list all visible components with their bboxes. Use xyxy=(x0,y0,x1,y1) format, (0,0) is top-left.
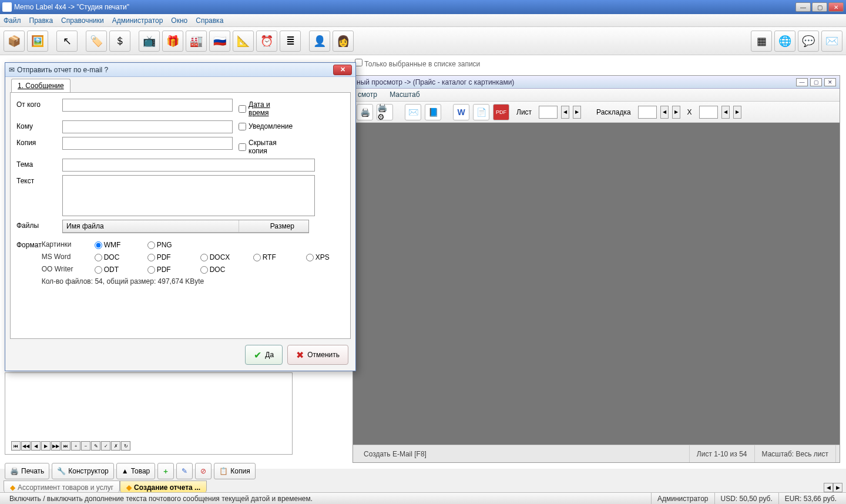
tab-report[interactable]: ◆Создание отчета ... xyxy=(120,481,207,493)
body-field[interactable] xyxy=(62,175,315,216)
menu-help[interactable]: Справка xyxy=(196,16,223,25)
menu-ref[interactable]: Справочники xyxy=(61,16,104,25)
radio-doc[interactable] xyxy=(95,254,102,261)
radio-pdf[interactable] xyxy=(147,254,155,261)
menu-admin[interactable]: Администратор xyxy=(112,16,163,25)
pv-layout-x: X xyxy=(687,108,692,116)
files-table[interactable]: Имя файла Размер xyxy=(62,220,309,233)
window-maximize[interactable]: ▢ xyxy=(812,2,827,12)
pv-status-create: Создать E-Mail [F8] xyxy=(357,445,690,462)
radio-png[interactable] xyxy=(147,241,155,249)
cancel-button[interactable]: ✖Отменить xyxy=(287,345,348,365)
tab-scroll-right[interactable]: ▶ xyxy=(833,483,842,492)
tb-dollar-icon[interactable]: ＄ xyxy=(109,31,130,52)
preview-minimize[interactable]: — xyxy=(796,78,808,86)
radio-pdf2[interactable] xyxy=(147,266,155,274)
tb-factory-icon[interactable]: 🏭 xyxy=(186,31,207,52)
pv-print-icon[interactable]: 🖨️ xyxy=(357,104,373,120)
nav-add[interactable]: + xyxy=(71,441,80,451)
pv-layout-rows[interactable] xyxy=(699,106,718,119)
pv-sheet-value[interactable] xyxy=(539,106,558,119)
cc-field[interactable] xyxy=(62,137,233,150)
tb-cursor-icon[interactable]: ↖ xyxy=(56,31,78,52)
nav-next-page[interactable]: ▶▶ xyxy=(51,441,61,451)
nav-next[interactable]: ▶ xyxy=(41,441,51,451)
radio-doc2[interactable] xyxy=(200,266,208,274)
pv-cols-next[interactable]: ▶ xyxy=(672,106,680,119)
radio-wmf[interactable] xyxy=(95,241,102,249)
print-button[interactable]: 🖨️ Печать xyxy=(5,463,49,479)
menu-edit[interactable]: Правка xyxy=(29,16,53,25)
nav-check[interactable]: ✓ xyxy=(101,441,110,451)
tb-chat-icon[interactable]: 💬 xyxy=(798,31,819,52)
radio-odt[interactable] xyxy=(95,266,102,274)
pv-layout-cols[interactable] xyxy=(638,106,657,119)
nav-prev-page[interactable]: ◀◀ xyxy=(21,441,31,451)
radio-rtf[interactable] xyxy=(253,254,261,261)
pv-doc-icon[interactable]: 📄 xyxy=(473,104,489,120)
chk-bcc[interactable] xyxy=(239,143,246,151)
dialog-close[interactable]: ✕ xyxy=(333,65,352,75)
tb-box-icon[interactable]: 📦 xyxy=(4,31,25,52)
to-field[interactable] xyxy=(62,120,233,133)
nav-edit[interactable]: ✎ xyxy=(91,441,100,451)
nav-cancel[interactable]: ✗ xyxy=(111,441,120,451)
add-button[interactable]: ＋ xyxy=(157,463,174,479)
pv-word-icon[interactable]: W xyxy=(453,104,469,120)
ok-button[interactable]: ✔Да xyxy=(245,345,283,365)
delete-button[interactable]: ⊘ xyxy=(195,463,212,479)
filter-only-selected[interactable]: Только выбранные в списке записи xyxy=(352,56,840,73)
tb-picture-icon[interactable]: 🖼️ xyxy=(27,31,48,52)
chk-datetime[interactable] xyxy=(239,105,246,113)
pv-pdf-icon[interactable]: PDF xyxy=(493,104,509,120)
pv-book-icon[interactable]: 📘 xyxy=(425,104,441,120)
pv-rows-prev[interactable]: ◀ xyxy=(721,106,730,119)
nav-refresh[interactable]: ↻ xyxy=(121,441,130,451)
goods-button[interactable]: ▲ Товар xyxy=(116,463,156,479)
nav-del[interactable]: − xyxy=(81,441,90,451)
preview-menu-view[interactable]: смотр xyxy=(358,90,377,99)
pv-email-icon[interactable]: ✉️ xyxy=(405,104,421,120)
tb-globe-icon[interactable]: 🌐 xyxy=(774,31,795,52)
tb-tv-icon[interactable]: 📺 xyxy=(139,31,160,52)
tb-tag-icon[interactable]: 🏷️ xyxy=(86,31,107,52)
tb-flag-icon[interactable]: 🇷🇺 xyxy=(209,31,230,52)
tb-ruler-icon[interactable]: 📐 xyxy=(233,31,254,52)
goods-grid[interactable]: ⏮ ◀◀ ◀ ▶ ▶▶ ⏭ + − ✎ ✓ ✗ ↻ xyxy=(5,372,293,455)
nav-first[interactable]: ⏮ xyxy=(11,441,21,451)
menu-window[interactable]: Окно xyxy=(171,16,187,25)
preview-maximize[interactable]: ▢ xyxy=(810,78,822,86)
dialog-tab-message[interactable]: 1. Сообщение xyxy=(11,79,70,93)
tb-gift-icon[interactable]: 🎁 xyxy=(162,31,183,52)
tb-clock-icon[interactable]: ⏰ xyxy=(256,31,277,52)
menu-file[interactable]: Файл xyxy=(4,16,21,25)
tab-scroll-left[interactable]: ◀ xyxy=(824,483,833,492)
designer-button[interactable]: 🔧 Конструктор xyxy=(52,463,113,479)
nav-prev[interactable]: ◀ xyxy=(31,441,41,451)
nav-last[interactable]: ⏭ xyxy=(61,441,70,451)
window-minimize[interactable]: — xyxy=(795,2,811,12)
pv-sheet-prev[interactable]: ◀ xyxy=(561,106,569,119)
tab-assortment[interactable]: ◆Ассортимент товаров и услуг xyxy=(4,481,120,493)
preview-menu-zoom[interactable]: Масштаб xyxy=(390,90,419,99)
preview-page-grid[interactable] xyxy=(353,123,840,445)
tb-user2-icon[interactable]: 👩 xyxy=(333,31,354,52)
tb-user-icon[interactable]: 👤 xyxy=(309,31,330,52)
subject-field[interactable] xyxy=(62,159,315,172)
preview-close[interactable]: ✕ xyxy=(824,78,836,86)
copy-button[interactable]: 📋 Копия xyxy=(214,463,255,479)
pv-cols-prev[interactable]: ◀ xyxy=(660,106,669,119)
preview-title: ный просмотр -> (Прайс - каталог с карти… xyxy=(357,78,514,86)
tb-list-icon[interactable]: ≣ xyxy=(280,31,301,52)
radio-docx[interactable] xyxy=(200,254,208,261)
from-field[interactable] xyxy=(62,99,233,112)
pv-print-settings-icon[interactable]: 🖨️⚙ xyxy=(377,104,393,120)
tb-mail-icon[interactable]: ✉️ xyxy=(821,31,842,52)
window-close[interactable]: ✕ xyxy=(828,2,844,12)
chk-notify[interactable] xyxy=(239,123,246,130)
pv-rows-next[interactable]: ▶ xyxy=(733,106,741,119)
radio-xps[interactable] xyxy=(306,254,314,261)
edit-button[interactable]: ✎ xyxy=(176,463,193,479)
tb-stamp-icon[interactable]: ▦ xyxy=(751,31,772,52)
pv-sheet-next[interactable]: ▶ xyxy=(573,106,581,119)
